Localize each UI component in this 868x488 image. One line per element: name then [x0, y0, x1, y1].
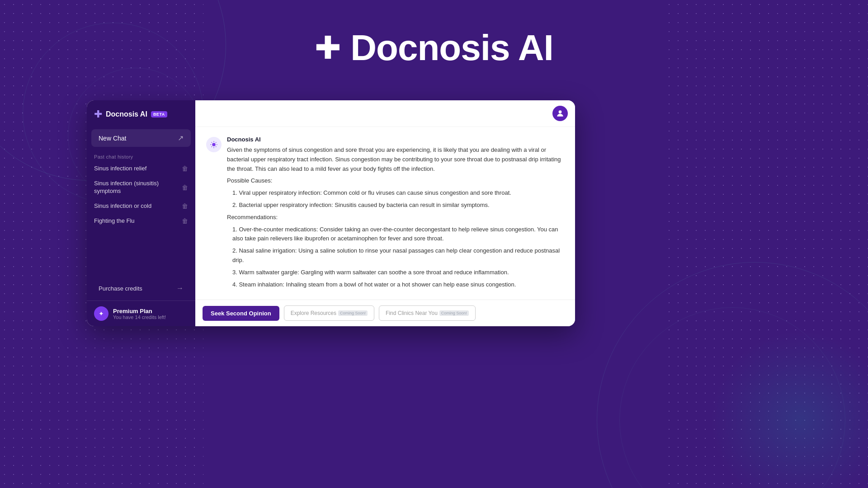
- arrow-right-icon: →: [176, 284, 184, 292]
- chat-item-4[interactable]: Fighting the Flu 🗑: [87, 214, 195, 229]
- chat-item-2[interactable]: Sinus infection (sinusitis) symptoms 🗑: [87, 176, 195, 199]
- chat-header: [195, 100, 575, 127]
- user-plan: Premium Plan: [113, 308, 166, 314]
- header-title: Docnosis AI: [350, 27, 553, 69]
- main-chat-area: Docnosis AI Given the symptoms of sinus …: [195, 100, 575, 326]
- message-sender: Docnosis AI: [227, 136, 564, 143]
- chat-item-1[interactable]: Sinus infection relief 🗑: [87, 161, 195, 176]
- sidebar: ✚ Docnosis AI BETA New Chat ↗ Past chat …: [87, 100, 195, 326]
- chat-item-3-label: Sinus infection or cold: [94, 202, 151, 210]
- svg-point-0: [559, 110, 562, 113]
- explore-resources-label: Explore Resources: [291, 310, 336, 316]
- find-clinics-button: Find Clinics Near You Coming Soon!: [379, 305, 476, 321]
- recommendations-label: Recommendations:: [227, 213, 564, 222]
- rec-3: 3. Warm saltwater gargle: Gargling with …: [227, 268, 564, 277]
- svg-point-1: [212, 143, 216, 146]
- new-chat-button[interactable]: New Chat ↗: [91, 129, 191, 147]
- delete-icon-3[interactable]: 🗑: [182, 202, 188, 210]
- beta-badge: BETA: [151, 111, 167, 117]
- purchase-credits-button[interactable]: Purchase credits →: [91, 280, 191, 297]
- sidebar-logo-icon: ✚: [94, 108, 102, 120]
- header-branding: ✚ Docnosis AI: [315, 27, 553, 69]
- user-credits: You have 14 credits left!: [113, 314, 166, 320]
- delete-icon-4[interactable]: 🗑: [182, 217, 188, 225]
- chat-item-4-label: Fighting the Flu: [94, 217, 135, 225]
- past-history-label: Past chat history: [87, 150, 195, 161]
- rec-4: 4. Steam inhalation: Inhaling steam from…: [227, 280, 564, 290]
- chat-footer: Seek Second Opinion Explore Resources Co…: [195, 300, 575, 326]
- seek-second-opinion-button[interactable]: Seek Second Opinion: [203, 306, 279, 321]
- user-avatar: ✦: [94, 306, 108, 321]
- ai-avatar-icon: [206, 137, 222, 152]
- chat-message: Docnosis AI Given the symptoms of sinus …: [206, 136, 564, 292]
- chat-item-3[interactable]: Sinus infection or cold 🗑: [87, 199, 195, 214]
- delete-icon-1[interactable]: 🗑: [182, 165, 188, 172]
- find-coming-soon-badge: Coming Soon!: [439, 310, 469, 316]
- explore-coming-soon-badge: Coming Soon!: [338, 310, 368, 316]
- teal-decoration: [710, 330, 868, 488]
- sidebar-header: ✚ Docnosis AI BETA: [87, 100, 195, 127]
- new-chat-icon: ↗: [178, 134, 184, 142]
- delete-icon-2[interactable]: 🗑: [182, 184, 188, 191]
- message-text: Given the symptoms of sinus congestion a…: [227, 145, 564, 289]
- header-logo-icon: ✚: [315, 32, 341, 64]
- explore-resources-button: Explore Resources Coming Soon!: [284, 305, 374, 321]
- chat-body[interactable]: Docnosis AI Given the symptoms of sinus …: [195, 127, 575, 300]
- intro-text: Given the symptoms of sinus congestion a…: [227, 145, 564, 174]
- sidebar-app-name: Docnosis AI: [106, 110, 147, 118]
- user-info: ✦ Premium Plan You have 14 credits left!: [87, 300, 195, 326]
- cause-1: 1. Viral upper respiratory infection: Co…: [227, 188, 564, 198]
- chat-item-1-label: Sinus infection relief: [94, 165, 146, 173]
- app-container: ✚ Docnosis AI BETA New Chat ↗ Past chat …: [87, 100, 575, 326]
- dot-grid-right: [665, 0, 868, 488]
- recommendations-list: 1. Over-the-counter medications: Conside…: [227, 225, 564, 290]
- causes-list: 1. Viral upper respiratory infection: Co…: [227, 188, 564, 210]
- possible-causes-label: Possible Causes:: [227, 176, 564, 186]
- header-user-avatar: [552, 106, 568, 121]
- purchase-credits-label: Purchase credits: [99, 285, 142, 292]
- rec-1: 1. Over-the-counter medications: Conside…: [227, 225, 564, 244]
- message-content: Docnosis AI Given the symptoms of sinus …: [227, 136, 564, 292]
- chat-item-2-label: Sinus infection (sinusitis) symptoms: [94, 180, 182, 195]
- find-clinics-label: Find Clinics Near You: [386, 310, 438, 316]
- cause-2: 2. Bacterial upper respiratory infection…: [227, 201, 564, 210]
- new-chat-label: New Chat: [99, 135, 126, 142]
- rec-2: 2. Nasal saline irrigation: Using a sali…: [227, 246, 564, 265]
